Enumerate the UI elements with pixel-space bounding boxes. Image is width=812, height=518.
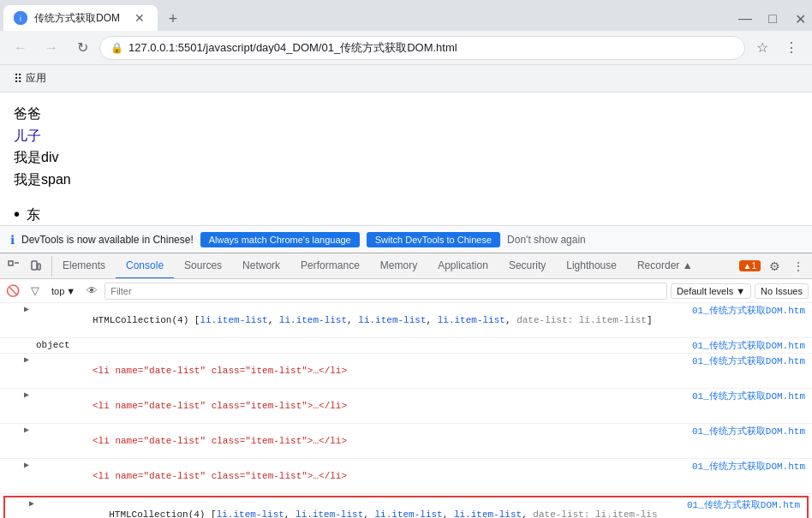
clear-console-button[interactable]: 🚫 [3, 282, 22, 301]
expand-icon[interactable]: ▶ [21, 304, 33, 314]
svg-rect-2 [9, 261, 13, 265]
devtools-right-controls: ▲1 ⚙ ⋮ [739, 256, 809, 277]
close-window-button[interactable]: ✕ [788, 7, 812, 31]
warning-badge: ▲1 [739, 260, 761, 271]
devtools-panel: Elements Console Sources Network Perform… [0, 253, 812, 518]
eye-icon[interactable]: 👁 [82, 282, 101, 301]
no-issues-badge[interactable]: No Issues [755, 283, 809, 299]
bookmarks-bar: ⠿ 应用 [0, 65, 812, 92]
row-source[interactable]: 01_传统方式获取DOM.htm [675, 304, 812, 317]
device-toggle-button[interactable] [26, 256, 46, 277]
default-levels-selector[interactable]: Default levels ▼ [671, 283, 751, 299]
page-line-erzi: 儿子 [14, 125, 798, 147]
row-source[interactable]: 01_传统方式获取DOM.htm [675, 354, 812, 367]
devtools-settings-icon[interactable]: ⚙ [764, 256, 785, 277]
tab-title: 传统方式获取DOM [34, 11, 125, 26]
info-icon: ℹ [10, 233, 15, 247]
chevron-down-icon: ▼ [66, 286, 75, 296]
row-content: <li name="date-list" class="item-list">…… [33, 354, 675, 387]
bookmark-icon[interactable]: ☆ [749, 34, 776, 62]
bullet-item-dong: • 东 [14, 200, 798, 228]
row-source[interactable]: 01_传统方式获取DOM.htm [675, 390, 812, 402]
apps-bookmark[interactable]: ⠿ 应用 [7, 68, 53, 89]
new-tab-button[interactable]: + [161, 7, 185, 31]
console-row: ▶ <li name="date-list" class="item-list"… [0, 389, 812, 424]
tab-network[interactable]: Network [232, 253, 290, 279]
tab-close-button[interactable]: ✕ [132, 10, 147, 26]
row-content: object [33, 339, 675, 351]
expand-icon[interactable]: ▶ [21, 460, 33, 470]
page-line-baba: 爸爸 [14, 103, 798, 125]
active-tab[interactable]: i 传统方式获取DOM ✕ [3, 5, 158, 31]
top-level-text: top [51, 286, 64, 296]
window-controls: — □ ✕ [733, 7, 812, 31]
devtools-left-icons [3, 256, 52, 277]
apps-label: 应用 [26, 71, 46, 86]
expand-icon[interactable]: ▶ [26, 498, 38, 509]
tab-console[interactable]: Console [116, 253, 174, 279]
tab-bar: i 传统方式获取DOM ✕ + — □ ✕ [0, 0, 812, 31]
tab-security[interactable]: Security [499, 253, 556, 279]
top-level-selector[interactable]: top ▼ [48, 284, 79, 298]
expand-icon[interactable]: ▶ [21, 354, 33, 365]
svg-text:i: i [20, 15, 21, 23]
row-source[interactable]: 01_传统方式获取DOM.htm [670, 498, 807, 511]
tab-recorder[interactable]: Recorder ▲ [627, 253, 703, 279]
tab-performance[interactable]: Performance [290, 253, 370, 279]
svg-rect-5 [38, 264, 40, 270]
expand-icon[interactable]: ▶ [21, 390, 33, 400]
row-content: <li name="date-list" class="item-list">…… [33, 460, 675, 492]
console-output: ▶ HTMLCollection(4) [li.item-list, li.it… [0, 303, 812, 518]
tab-memory[interactable]: Memory [370, 253, 427, 279]
back-button[interactable]: ← [7, 34, 34, 62]
inspect-element-button[interactable] [3, 256, 24, 277]
console-row: ▶ <li name="date-list" class="item-list"… [0, 354, 812, 389]
address-bar: ← → ↻ 🔒 127.0.0.1:5501/javascript/day04_… [0, 31, 812, 65]
console-row: object 01_传统方式获取DOM.htm [0, 338, 812, 354]
row-content: <li name="date-list" class="item-list">…… [33, 390, 675, 422]
console-filter-input[interactable] [104, 283, 667, 300]
devtools-tab-list: Elements Console Sources Network Perform… [52, 253, 739, 279]
browser-frame: i 传统方式获取DOM ✕ + — □ ✕ ← → ↻ 🔒 127.0.0.1:… [0, 0, 812, 518]
apps-grid-icon: ⠿ [14, 72, 22, 86]
tab-elements[interactable]: Elements [52, 253, 116, 279]
devtools-tabs: Elements Console Sources Network Perform… [0, 253, 812, 279]
console-row: ▶ <li name="date-list" class="item-list"… [0, 424, 812, 459]
page-line-span: 我是span [14, 169, 798, 191]
row-source[interactable]: 01_传统方式获取DOM.htm [675, 460, 812, 473]
minimize-button[interactable]: — [733, 7, 757, 31]
svg-rect-4 [32, 261, 37, 270]
tab-favicon: i [14, 11, 27, 25]
row-source[interactable]: 01_传统方式获取DOM.htm [675, 339, 812, 352]
address-input[interactable]: 🔒 127.0.0.1:5501/javascript/day04_DOM/01… [99, 36, 745, 60]
bullet-text: 东 [27, 204, 40, 226]
address-actions: ☆ ⋮ [749, 34, 805, 62]
console-row: ▶ HTMLCollection(4) [li.item-list, li.it… [0, 303, 812, 338]
bullet-symbol: • [14, 200, 20, 228]
forward-button[interactable]: → [38, 34, 65, 62]
tab-lighthouse[interactable]: Lighthouse [556, 253, 627, 279]
devtools-more-icon[interactable]: ⋮ [788, 256, 809, 277]
notification-text: DevTools is now available in Chinese! [21, 234, 194, 246]
page-text-area: 爸爸 儿子 我是div 我是span [14, 103, 798, 190]
switch-to-chinese-button[interactable]: Switch DevTools to Chinese [367, 232, 500, 247]
extensions-button[interactable]: ⋮ [778, 34, 805, 62]
console-toolbar: 🚫 ▽ top ▼ 👁 Default levels ▼ No Issues [0, 279, 812, 303]
row-content: <li name="date-list" class="item-list">…… [33, 425, 675, 457]
expand-icon[interactable]: ▶ [21, 425, 33, 435]
row-content: HTMLCollection(4) [li.item-list, li.item… [33, 304, 675, 336]
tab-application[interactable]: Application [427, 253, 499, 279]
url-text: 127.0.0.1:5501/javascript/day04_DOM/01_传… [128, 40, 457, 56]
maximize-button[interactable]: □ [761, 7, 785, 31]
row-source[interactable]: 01_传统方式获取DOM.htm [675, 425, 812, 438]
row-content: HTMLCollection(4) [li.item-list, li.item… [38, 498, 670, 518]
dont-show-again-link[interactable]: Don't show again [507, 234, 586, 246]
devtools-notification: ℹ DevTools is now available in Chinese! … [0, 225, 812, 253]
page-content: 爸爸 儿子 我是div 我是span • 东 ℹ DevTools is now… [0, 92, 812, 253]
reload-button[interactable]: ↻ [69, 34, 96, 62]
page-line-div: 我是div [14, 146, 798, 169]
tab-sources[interactable]: Sources [174, 253, 232, 279]
bullet-list: • 东 [14, 200, 798, 228]
match-language-button[interactable]: Always match Chrome's language [200, 232, 360, 247]
filter-toggle-button[interactable]: ▽ [26, 282, 45, 301]
